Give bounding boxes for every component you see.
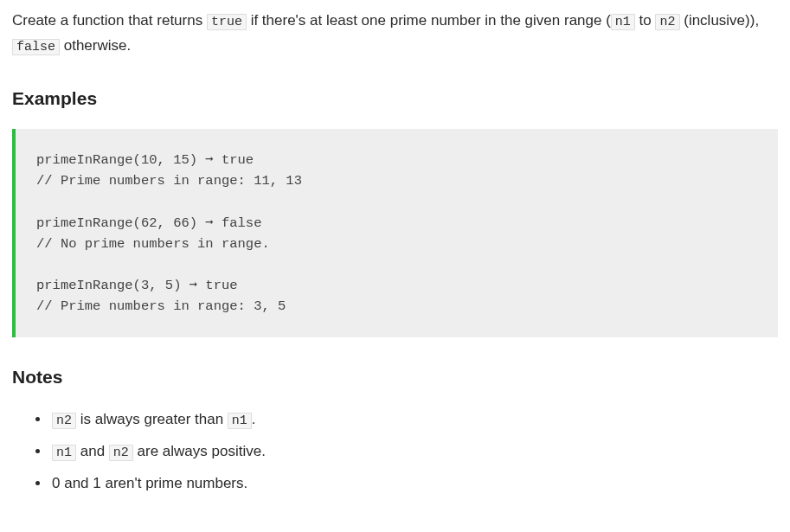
desc-text: otherwise. [60, 37, 131, 54]
notes-list: n2 is always greater than n1. n1 and n2 … [12, 407, 778, 497]
examples-code-block: primeInRange(10, 15) ➞ true // Prime num… [12, 129, 778, 337]
note-text: 0 and 1 aren't prime numbers. [52, 475, 247, 491]
examples-heading: Examples [12, 83, 778, 114]
note-text: and [76, 443, 109, 459]
desc-text: (inclusive)), [680, 12, 760, 29]
inline-code-n1: n1 [228, 413, 252, 429]
description-paragraph: Create a function that returns true if t… [12, 9, 778, 59]
list-item: n1 and n2 are always positive. [50, 439, 778, 465]
note-text: . [252, 411, 256, 427]
notes-heading: Notes [12, 362, 778, 393]
note-text: are always positive. [133, 443, 266, 459]
inline-code-n2: n2 [52, 413, 76, 429]
note-text: is always greater than [76, 411, 228, 427]
desc-text: Create a function that returns [12, 12, 207, 29]
inline-code-n2: n2 [109, 445, 133, 461]
desc-text: to [635, 12, 656, 29]
inline-code-n2: n2 [655, 14, 679, 30]
list-item: 0 and 1 aren't prime numbers. [50, 471, 778, 497]
problem-description: Create a function that returns true if t… [12, 9, 778, 59]
inline-code-n1: n1 [52, 445, 76, 461]
inline-code-true: true [207, 14, 247, 30]
inline-code-false: false [12, 39, 60, 55]
list-item: n2 is always greater than n1. [50, 407, 778, 433]
desc-text: if there's at least one prime number in … [247, 12, 611, 29]
inline-code-n1: n1 [611, 14, 635, 30]
